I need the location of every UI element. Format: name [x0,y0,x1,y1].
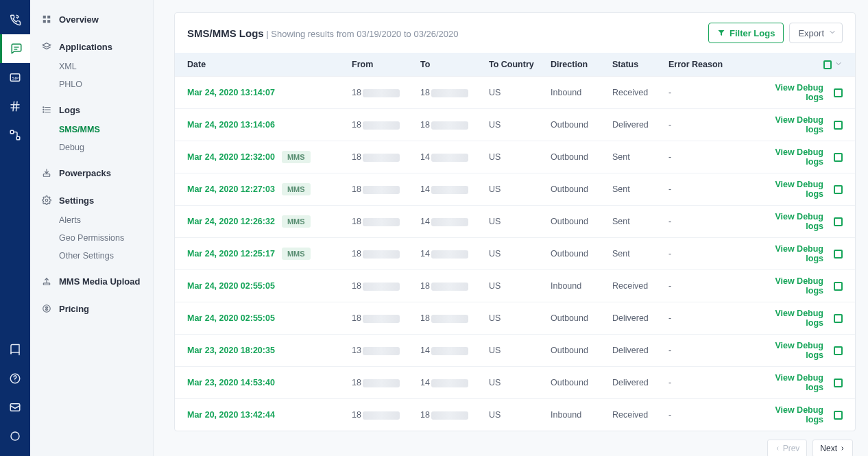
view-debug-link[interactable]: View Debug logs [758,180,823,199]
date-text: Mar 20, 2020 13:42:44 [187,410,275,420]
cell-error: - [668,378,758,387]
export-button[interactable]: Export [789,23,843,43]
rail-item-help[interactable] [0,364,30,393]
cell-select [823,217,843,226]
row-checkbox[interactable] [834,411,843,420]
view-debug-link[interactable]: View Debug logs [758,115,823,134]
table-row[interactable]: Mar 23, 2020 18:20:351314USOutboundDeliv… [175,334,855,366]
rail-item-sip[interactable]: SIP [0,63,30,92]
sidebar-item-applications[interactable]: Applications [37,36,146,58]
sidebar-sub-geo[interactable]: Geo Permissions [37,229,146,247]
prev-page-button[interactable]: Prev [767,440,808,456]
sidebar-item-mms-upload[interactable]: MMS Media Upload [37,270,146,292]
redacted-number [431,89,468,97]
rail-item-trunking[interactable] [0,121,30,149]
cell-error: - [668,88,758,97]
view-debug-link[interactable]: View Debug logs [758,244,823,263]
cell-from: 18 [352,88,420,97]
svg-point-23 [43,109,44,110]
view-debug-link[interactable]: View Debug logs [758,212,823,231]
cell-status: Delivered [612,346,668,355]
svg-marker-29 [718,30,724,36]
rail-item-support[interactable] [0,393,30,422]
redacted-number [363,218,400,226]
table-row[interactable]: Mar 24, 2020 02:55:051818USInboundReceiv… [175,269,855,302]
sidebar-label-logs: Logs [59,105,80,115]
sidebar-sub-phlo[interactable]: PHLO [37,75,146,93]
row-checkbox[interactable] [834,282,843,291]
cell-direction: Outbound [551,120,612,130]
view-debug-link[interactable]: View Debug logs [758,405,823,424]
cell-date: Mar 24, 2020 12:32:00MMS [187,151,352,163]
view-debug-link[interactable]: View Debug logs [758,83,823,102]
cell-date: Mar 20, 2020 13:42:44 [187,410,352,420]
sidebar-sub-sms-mms[interactable]: SMS/MMS [37,121,146,139]
redacted-number [431,186,468,194]
table-row[interactable]: Mar 20, 2020 13:42:441818USInboundReceiv… [175,398,855,431]
sidebar-sub-alerts[interactable]: Alerts [37,211,146,229]
sidebar-sub-xml[interactable]: XML [37,58,146,75]
icon-rail: SIP [0,0,30,456]
row-checkbox[interactable] [834,88,843,97]
row-checkbox[interactable] [834,153,843,162]
sidebar-item-powerpacks[interactable]: Powerpacks [37,162,146,184]
row-checkbox[interactable] [834,217,843,226]
grid-icon [41,14,52,25]
cell-direction: Outbound [551,184,612,194]
redacted-number [363,186,400,194]
sidebar-item-pricing[interactable]: Pricing [37,298,146,320]
sidebar-item-settings[interactable]: Settings [37,189,146,211]
row-checkbox[interactable] [834,121,843,130]
table-row[interactable]: Mar 24, 2020 12:32:00MMS1814USOutboundSe… [175,141,855,173]
rail-item-numbers[interactable] [0,92,30,121]
row-checkbox[interactable] [834,379,843,387]
cell-date: Mar 24, 2020 12:26:32MMS [187,215,352,228]
cell-date: Mar 24, 2020 12:27:03MMS [187,183,352,195]
cell-direction: Outbound [551,249,612,259]
row-checkbox[interactable] [834,250,843,259]
rail-item-account[interactable] [0,422,30,451]
view-debug-link[interactable]: View Debug logs [758,309,823,328]
view-debug-link[interactable]: View Debug logs [758,341,823,360]
table-row[interactable]: Mar 24, 2020 13:14:071818USInboundReceiv… [175,76,855,108]
page-subtitle: Showing results from 03/19/2020 to 03/26… [271,29,458,39]
cell-select [823,411,843,420]
view-debug-link[interactable]: View Debug logs [758,276,823,296]
table-row[interactable]: Mar 24, 2020 02:55:051818USOutboundDeliv… [175,302,855,334]
redacted-number [431,154,468,162]
cell-error: - [668,184,758,194]
svg-line-7 [16,101,18,111]
table-row[interactable]: Mar 24, 2020 12:25:17MMS1814USOutboundSe… [175,237,855,269]
sidebar-item-overview[interactable]: Overview [37,8,146,30]
cell-from: 18 [352,410,420,420]
cell-country: US [489,281,551,291]
table-row[interactable]: Mar 23, 2020 14:53:401814USOutboundDeliv… [175,366,855,398]
sidebar-label-pricing: Pricing [59,304,89,314]
sidebar-label-applications: Applications [59,42,112,52]
cell-error: - [668,217,758,226]
table-row[interactable]: Mar 24, 2020 12:26:32MMS1814USOutboundSe… [175,205,855,237]
chevron-down-icon[interactable] [834,60,843,70]
rail-item-docs[interactable] [0,335,30,364]
view-debug-link[interactable]: View Debug logs [758,147,823,167]
rail-item-voice[interactable] [0,5,30,34]
date-text: Mar 24, 2020 12:26:32 [187,217,275,226]
row-checkbox[interactable] [834,314,843,323]
next-page-button[interactable]: Next [812,440,853,456]
sidebar-sub-other[interactable]: Other Settings [37,247,146,265]
cell-to: 14 [420,249,489,259]
view-debug-link[interactable]: View Debug logs [758,373,823,392]
sidebar-item-logs[interactable]: Logs [37,99,146,121]
cell-to: 18 [420,88,489,97]
cell-date: Mar 23, 2020 18:20:35 [187,346,352,355]
table-row[interactable]: Mar 24, 2020 13:14:061818USOutboundDeliv… [175,108,855,141]
row-checkbox[interactable] [834,185,843,194]
select-all-checkbox[interactable] [823,60,832,69]
rail-top-group: SIP [0,5,30,149]
row-checkbox[interactable] [834,346,843,355]
sidebar-sub-debug[interactable]: Debug [37,139,146,156]
filter-logs-button[interactable]: Filter Logs [708,23,784,43]
rail-item-messaging[interactable] [0,34,30,63]
cell-direction: Outbound [551,152,612,162]
table-row[interactable]: Mar 24, 2020 12:27:03MMS1814USOutboundSe… [175,173,855,205]
